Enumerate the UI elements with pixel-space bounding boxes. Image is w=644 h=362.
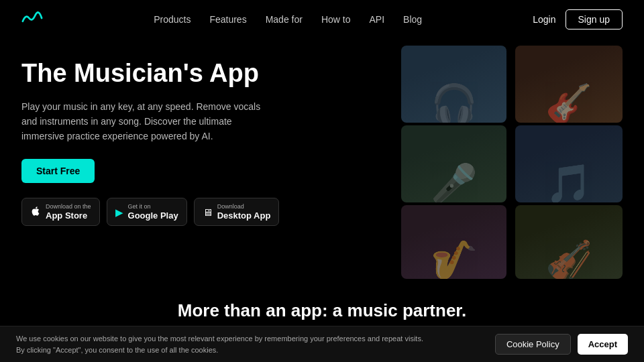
- photo-5: 🎷: [401, 205, 506, 279]
- apple-icon: [30, 206, 41, 219]
- photo-4: 🎵: [515, 125, 623, 202]
- signup-button[interactable]: Sign up: [566, 9, 623, 29]
- navbar: Products Features Made for How to API Bl…: [0, 0, 644, 39]
- photo-2: 🎸: [515, 46, 623, 123]
- desktop-app-button[interactable]: 🖥 Download Desktop App: [194, 198, 280, 226]
- photo-6: 🎻: [515, 205, 623, 279]
- nav-blog[interactable]: Blog: [403, 14, 422, 25]
- store-buttons: Download on the App Store ▶ Get it on Go…: [21, 198, 330, 226]
- app-store-button[interactable]: Download on the App Store: [21, 198, 100, 226]
- hero-images: 🎧 🎸 🎤 🎵 🎷 🎻: [343, 46, 623, 287]
- photo-collage: 🎧 🎸 🎤 🎵 🎷 🎻: [401, 46, 623, 277]
- nav-how-to[interactable]: How to: [321, 14, 351, 25]
- logo[interactable]: [21, 11, 43, 28]
- login-button[interactable]: Login: [533, 14, 555, 25]
- nav-auth: Login Sign up: [533, 9, 623, 29]
- start-free-button[interactable]: Start Free: [21, 159, 95, 183]
- hero-left: The Musician's App Play your music in an…: [21, 46, 330, 287]
- google-play-button[interactable]: ▶ Get it on Google Play: [107, 198, 187, 226]
- google-play-small: Get it on: [128, 203, 178, 210]
- hero-section: The Musician's App Play your music in an…: [0, 39, 644, 287]
- cookie-buttons: Cookie Policy Accept: [495, 334, 628, 355]
- photo-3: 🎤: [401, 125, 506, 202]
- nav-products[interactable]: Products: [154, 14, 191, 25]
- hero-title: The Musician's App: [21, 59, 330, 88]
- google-play-icon: ▶: [115, 207, 123, 217]
- cookie-text: We use cookies on our website to give yo…: [16, 333, 432, 355]
- desktop-big: Desktop App: [217, 210, 271, 221]
- hero-description: Play your music in any key, at any speed…: [21, 99, 263, 144]
- bottom-title: More than an app: a music partner.: [0, 300, 644, 321]
- app-store-big: App Store: [46, 210, 91, 221]
- nav-links: Products Features Made for How to API Bl…: [154, 13, 422, 25]
- app-store-small: Download on the: [46, 203, 91, 210]
- cookie-banner: We use cookies on our website to give yo…: [0, 326, 644, 362]
- nav-api[interactable]: API: [369, 14, 384, 25]
- nav-features[interactable]: Features: [209, 14, 246, 25]
- desktop-icon: 🖥: [203, 207, 213, 217]
- nav-made-for[interactable]: Made for: [266, 14, 303, 25]
- photo-1: 🎧: [401, 46, 506, 123]
- cookie-policy-button[interactable]: Cookie Policy: [495, 334, 571, 355]
- desktop-small: Download: [217, 203, 271, 210]
- google-play-big: Google Play: [128, 210, 178, 221]
- accept-button[interactable]: Accept: [578, 334, 628, 355]
